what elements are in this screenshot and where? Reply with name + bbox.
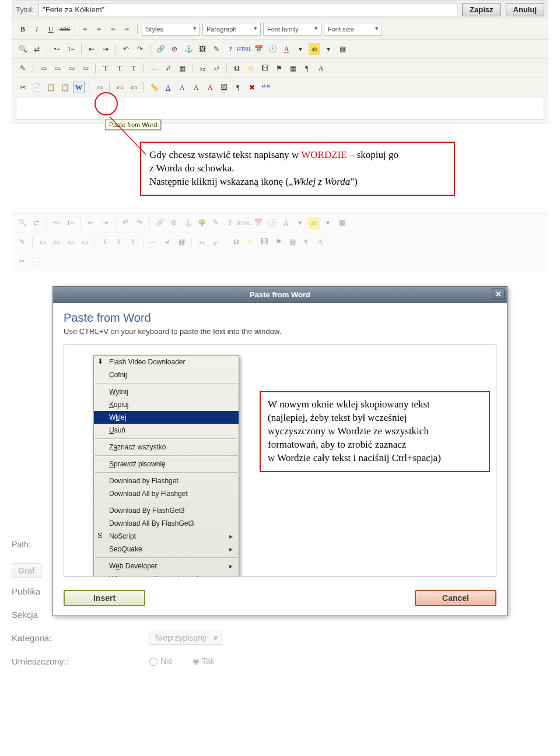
media-icon[interactable]: 🎞 xyxy=(259,62,271,74)
layer4-icon[interactable]: ▭ xyxy=(79,62,91,74)
radio-nie[interactable]: ◯ Nie xyxy=(149,656,173,666)
copy-icon[interactable]: 📄 xyxy=(31,82,43,93)
textcolor-icon[interactable]: A xyxy=(281,43,292,55)
aa4-icon[interactable]: A xyxy=(204,82,216,93)
pilcrow2-icon[interactable]: ¶ xyxy=(232,82,244,93)
italic-icon[interactable]: I xyxy=(31,23,43,35)
dialog-textarea[interactable]: ⬇Flash Video DownloaderCofnijWytnijKopiu… xyxy=(64,344,496,577)
layer3-icon[interactable]: ▭ xyxy=(65,62,77,74)
styles-select[interactable]: Styles xyxy=(142,23,200,36)
break-icon[interactable]: ↲ xyxy=(162,62,174,74)
select-all-icon[interactable]: ▭ xyxy=(93,82,105,93)
aa3-icon[interactable]: A xyxy=(190,82,202,93)
context-menu-item[interactable]: Download All by Flashget xyxy=(94,487,239,500)
paste-icon[interactable]: 📋 xyxy=(45,82,57,93)
box2-icon[interactable]: ▭ xyxy=(128,82,139,93)
fontfamily-select[interactable]: Font family xyxy=(263,23,321,36)
paste-word-icon[interactable]: W xyxy=(73,82,85,93)
t3-icon[interactable]: T xyxy=(128,62,139,74)
underline-icon[interactable]: U xyxy=(45,23,57,35)
context-menu-item[interactable]: Download By FlashGet3 xyxy=(94,504,239,517)
align-right-icon[interactable]: ≡ xyxy=(107,23,119,35)
strikethrough-icon[interactable]: ABC xyxy=(59,23,71,35)
context-menu-item[interactable]: ⬇Flash Video Downloader xyxy=(94,356,239,368)
context-menu-item[interactable]: Download All By FlashGet3 xyxy=(94,517,239,530)
flag2-icon[interactable]: ▦ xyxy=(287,62,299,74)
graf-button-truncated[interactable]: Graf xyxy=(12,563,41,578)
edit-icon[interactable]: ✎ xyxy=(17,62,29,74)
context-menu-item[interactable]: SNoScript xyxy=(94,530,239,543)
context-menu-item[interactable]: SeoQuake xyxy=(94,543,239,555)
highlight-icon[interactable]: ab xyxy=(309,43,320,55)
table-icon[interactable]: ▦ xyxy=(337,43,348,55)
replace-icon[interactable]: ⇄ xyxy=(31,43,43,55)
bold-icon[interactable]: B xyxy=(17,23,29,35)
html-icon[interactable]: HTML xyxy=(239,43,250,55)
aa1-icon[interactable]: A xyxy=(162,82,174,93)
unlink-icon[interactable]: ⊘ xyxy=(169,43,180,55)
context-menu-item[interactable]: Włącz ponownie na tej stronie xyxy=(94,572,239,577)
a-large-icon[interactable]: A xyxy=(315,62,327,74)
layer1-icon[interactable]: ▭ xyxy=(37,62,49,74)
number-list-icon[interactable]: 1≡ xyxy=(65,43,77,55)
anchor-icon[interactable]: ⚓ xyxy=(183,43,194,55)
context-menu-item[interactable]: Usuń xyxy=(94,424,239,437)
context-menu-item[interactable]: Zaznacz wszystko xyxy=(94,441,239,453)
kategoria-select[interactable]: Nieprzypisany xyxy=(149,631,222,645)
highlight-arrow-icon[interactable]: ▾ xyxy=(323,43,334,55)
context-menu-item[interactable]: Download by Flashget xyxy=(94,474,239,487)
title-input[interactable] xyxy=(38,3,457,16)
paste-plain-icon[interactable]: 📋 xyxy=(59,82,71,93)
undo-icon[interactable]: ↶ xyxy=(120,43,132,55)
context-menu-item[interactable]: Cofnij xyxy=(94,368,239,381)
cleanup-icon[interactable]: ✎ xyxy=(211,43,222,55)
cancel-button[interactable]: Anuluj xyxy=(506,3,544,16)
table2-icon[interactable]: ▦ xyxy=(176,62,188,74)
time-icon[interactable]: 🕒 xyxy=(267,43,278,55)
emoticon-icon[interactable]: ☺ xyxy=(245,62,257,74)
paragraph-select[interactable]: Paragraph xyxy=(202,23,261,36)
link-icon[interactable]: 🔗 xyxy=(155,43,166,55)
context-menu-item[interactable]: Web Developer xyxy=(94,560,239,572)
layer2-icon[interactable]: ▭ xyxy=(51,62,63,74)
pilcrow-icon[interactable]: ¶ xyxy=(301,62,313,74)
ruler-icon[interactable]: 📏 xyxy=(148,82,160,93)
aa2-icon[interactable]: A xyxy=(176,82,188,93)
context-menu-item[interactable]: Kopiuj xyxy=(94,398,239,411)
indent-icon[interactable]: ⇥ xyxy=(100,43,111,55)
close-icon[interactable]: ✖ xyxy=(246,82,258,93)
redo-icon[interactable]: ↷ xyxy=(134,43,146,55)
align-left-icon[interactable]: ≡ xyxy=(79,23,91,35)
align-justify-icon[interactable]: ≡ xyxy=(121,23,133,35)
flag1-icon[interactable]: ⚑ xyxy=(273,62,285,74)
date-icon[interactable]: 📅 xyxy=(253,43,264,55)
t2-icon[interactable]: T xyxy=(114,62,125,74)
t1-icon[interactable]: T xyxy=(100,62,111,74)
cancel-dialog-button[interactable]: Cancel xyxy=(415,590,496,606)
fontsize-select[interactable]: Font size xyxy=(324,23,382,36)
outdent-icon[interactable]: ⇤ xyxy=(86,43,97,55)
find-icon[interactable]: 🔍 xyxy=(17,43,29,55)
omega-icon[interactable]: Ω xyxy=(231,62,243,74)
context-menu-item[interactable]: Wytnij xyxy=(94,385,239,398)
box1-icon[interactable]: ▭ xyxy=(114,82,125,93)
context-menu-item[interactable]: Wklej xyxy=(94,411,239,424)
blockquote-icon[interactable]: ❝❝ xyxy=(260,82,272,93)
dialog-close-icon[interactable]: ✕ xyxy=(492,289,505,300)
image-icon[interactable]: 🖼 xyxy=(197,43,208,55)
bullet-list-icon[interactable]: •≡ xyxy=(51,43,63,55)
superscript-icon[interactable]: x² xyxy=(211,62,222,74)
radio-tak[interactable]: ◉ Tak xyxy=(192,656,214,666)
hr-icon[interactable]: — xyxy=(148,62,160,74)
editor-content-area[interactable] xyxy=(16,97,544,120)
number-list-icon: 1≡ xyxy=(65,217,76,229)
insert-button[interactable]: Insert xyxy=(64,590,145,606)
subscript-icon[interactable]: x₂ xyxy=(197,62,208,74)
textcolor-arrow-icon[interactable]: ▾ xyxy=(295,43,306,55)
help-icon[interactable]: ? xyxy=(225,43,236,55)
cut-icon[interactable]: ✂ xyxy=(17,82,29,93)
picture-icon[interactable]: 🖼 xyxy=(218,82,230,93)
save-button[interactable]: Zapisz xyxy=(462,3,501,16)
align-center-icon[interactable]: ≡ xyxy=(93,23,105,35)
context-menu-item[interactable]: Sprawdź pisownię xyxy=(94,458,239,470)
